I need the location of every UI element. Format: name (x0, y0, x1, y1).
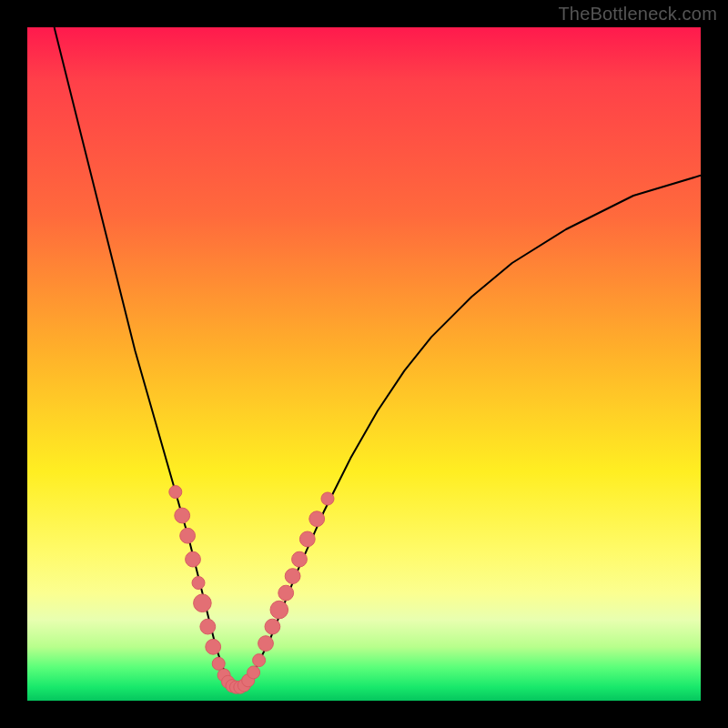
curve-marker (265, 619, 280, 634)
curve-marker (169, 486, 182, 499)
curve-marker (285, 569, 300, 584)
curve-marker (258, 636, 274, 652)
curve-marker (175, 508, 190, 523)
curve-marker (194, 594, 212, 612)
curve-marker (278, 585, 294, 601)
curve-marker (200, 619, 216, 634)
curve-marker (212, 657, 225, 670)
curve-marker (309, 511, 325, 527)
watermark-text: TheBottleneck.com (558, 4, 717, 25)
curve-marker (192, 577, 205, 590)
curve-marker (206, 639, 221, 654)
curve-marker (186, 551, 201, 567)
curve-markers (169, 486, 334, 694)
curve-marker (270, 601, 288, 619)
outer-frame: TheBottleneck.com (0, 0, 728, 728)
curve-marker (248, 666, 260, 679)
curve-layer (27, 27, 701, 701)
curve-marker (253, 654, 266, 667)
curve-marker (180, 528, 196, 543)
curve-marker (321, 492, 334, 505)
bottleneck-curve (55, 27, 701, 687)
plot-area (27, 27, 701, 701)
curve-marker (299, 531, 315, 547)
curve-marker (292, 551, 308, 567)
